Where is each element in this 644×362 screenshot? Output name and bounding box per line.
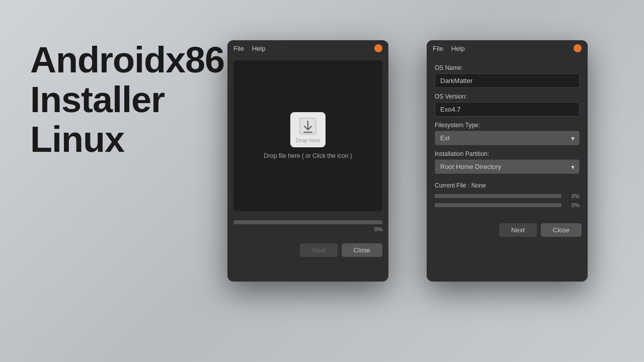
window2-close-button[interactable]: Close bbox=[541, 223, 582, 237]
os-version-label: OS Version: bbox=[435, 93, 580, 100]
window1-next-button[interactable]: Next bbox=[300, 243, 338, 257]
os-name-label: OS Name: bbox=[435, 64, 580, 71]
drop-area[interactable]: Drop here Drop file here ( or Click the … bbox=[233, 60, 382, 211]
main-title: Androidx86 Installer Linux bbox=[30, 40, 224, 160]
window1-menu-help[interactable]: Help bbox=[252, 45, 266, 52]
window2-footer: Next Close bbox=[427, 219, 588, 241]
title-line3: Linux bbox=[30, 120, 224, 159]
partition-select-wrapper: Root Home Directory Custom bbox=[435, 159, 580, 174]
drop-here-label: Drop here bbox=[296, 137, 320, 143]
filesystem-type-select[interactable]: Ext Ext2 Ext3 Ext4 NTFS FAT32 bbox=[435, 131, 580, 145]
window2-progress-row-2: 0% bbox=[435, 202, 580, 208]
current-file-label: Current File : None bbox=[435, 182, 580, 189]
window2-menu-file[interactable]: File bbox=[433, 45, 443, 52]
installation-partition-select[interactable]: Root Home Directory Custom bbox=[435, 159, 580, 174]
file-drop-window: File Help Drop here Drop file here ( or … bbox=[227, 40, 388, 282]
window1-progress-area: 0% bbox=[227, 215, 388, 237]
installation-partition-label: Installation Partition: bbox=[435, 150, 580, 157]
window2-progress-pct-1: 0% bbox=[566, 193, 580, 199]
window2-progress-pct-2: 0% bbox=[566, 202, 580, 208]
window1-close-btn[interactable] bbox=[374, 44, 382, 52]
window1-footer: Next Close bbox=[227, 239, 388, 261]
os-name-input[interactable] bbox=[435, 73, 580, 88]
window2-next-button[interactable]: Next bbox=[499, 223, 537, 237]
settings-form: OS Name: OS Version: Filesystem Type: Ex… bbox=[427, 56, 588, 217]
window2-titlebar: File Help bbox=[427, 40, 588, 56]
window1-menu-file[interactable]: File bbox=[233, 45, 244, 52]
title-line2: Installer bbox=[30, 80, 224, 120]
filesystem-select-wrapper: Ext Ext2 Ext3 Ext4 NTFS FAT32 bbox=[435, 131, 580, 145]
window1-menu: File Help bbox=[233, 45, 266, 52]
os-version-input[interactable] bbox=[435, 102, 580, 117]
drop-icon bbox=[298, 116, 318, 136]
settings-window: File Help OS Name: OS Version: Filesyste… bbox=[427, 40, 588, 282]
window2-close-btn[interactable] bbox=[574, 44, 582, 52]
window2-progress-bar-2 bbox=[435, 203, 561, 207]
window1-progress-label: 0% bbox=[233, 226, 382, 232]
window2-progress-bar-1 bbox=[435, 194, 561, 198]
drop-instruction: Drop file here ( or Click the icon ) bbox=[264, 152, 352, 159]
filesystem-type-label: Filesystem Type: bbox=[435, 122, 580, 129]
window1-titlebar: File Help bbox=[227, 40, 388, 56]
window2-menu: File Help bbox=[433, 45, 465, 52]
window1-progress-bar bbox=[233, 220, 382, 224]
window1-close-button[interactable]: Close bbox=[342, 243, 382, 257]
title-line1: Androidx86 bbox=[30, 40, 224, 80]
drop-icon-container[interactable]: Drop here bbox=[290, 112, 326, 147]
window2-progress-row-1: 0% bbox=[435, 193, 580, 199]
window2-menu-help[interactable]: Help bbox=[451, 45, 465, 52]
